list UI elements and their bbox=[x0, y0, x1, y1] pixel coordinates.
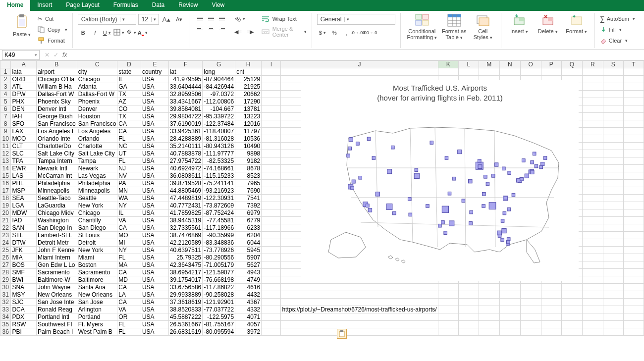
cell[interactable]: Santa Ana bbox=[77, 284, 117, 291]
row-header[interactable]: 26 bbox=[0, 254, 11, 261]
cell[interactable]: 26.5361667 bbox=[168, 321, 202, 328]
cell[interactable]: 4057 bbox=[235, 321, 262, 328]
cell[interactable]: MDW bbox=[11, 209, 37, 217]
cell[interactable]: -84.426944 bbox=[203, 83, 235, 91]
cell[interactable]: Chicago Midv bbox=[36, 209, 77, 217]
col-header[interactable]: S bbox=[603, 61, 623, 68]
cell[interactable] bbox=[541, 299, 561, 306]
increase-font-button[interactable]: A▴ bbox=[161, 14, 172, 24]
cell[interactable]: USA bbox=[141, 91, 168, 98]
cell[interactable] bbox=[582, 172, 603, 180]
cell[interactable] bbox=[603, 91, 623, 98]
cell[interactable]: NV bbox=[117, 172, 141, 180]
row-header[interactable]: 36 bbox=[0, 328, 11, 336]
name-box[interactable]: K49 ▾ bbox=[2, 50, 40, 60]
cell[interactable] bbox=[582, 217, 603, 224]
airport-marker[interactable] bbox=[356, 142, 360, 145]
cell[interactable] bbox=[262, 105, 281, 113]
row-header[interactable]: 5 bbox=[0, 98, 11, 105]
airport-marker[interactable] bbox=[507, 240, 510, 244]
cell[interactable]: Tampa Intern bbox=[36, 157, 77, 165]
cell[interactable]: CO bbox=[117, 105, 141, 113]
cell[interactable] bbox=[623, 321, 644, 328]
cell[interactable]: USA bbox=[141, 321, 168, 328]
cell[interactable]: -115.15233 bbox=[203, 172, 235, 180]
row-header[interactable]: 24 bbox=[0, 239, 11, 247]
cell[interactable]: 13223 bbox=[235, 113, 262, 120]
row-header[interactable]: 27 bbox=[0, 261, 11, 269]
cell[interactable] bbox=[623, 187, 644, 195]
cell[interactable] bbox=[520, 68, 541, 76]
airport-marker[interactable] bbox=[449, 220, 454, 225]
col-header[interactable]: N bbox=[500, 61, 521, 68]
cell[interactable]: 8523 bbox=[235, 172, 262, 180]
cell[interactable]: -122.5975 bbox=[203, 313, 235, 321]
airport-marker[interactable] bbox=[478, 159, 482, 162]
cell[interactable] bbox=[582, 68, 603, 76]
cell[interactable] bbox=[603, 269, 623, 276]
cell[interactable]: USA bbox=[141, 247, 168, 254]
cell[interactable]: 41.979595 bbox=[168, 76, 202, 83]
cell[interactable] bbox=[479, 306, 499, 313]
cell[interactable] bbox=[603, 105, 623, 113]
cell[interactable] bbox=[281, 68, 438, 76]
cell[interactable] bbox=[623, 150, 644, 157]
cell[interactable]: Washington bbox=[36, 217, 77, 224]
cell[interactable] bbox=[262, 195, 281, 202]
cell[interactable] bbox=[603, 291, 623, 299]
row-header[interactable]: 4 bbox=[0, 91, 11, 98]
embedded-chart[interactable]: Most Trafficked U.S. Airports (hover for… bbox=[301, 80, 579, 281]
airport-marker[interactable] bbox=[415, 168, 418, 171]
cell[interactable]: IL bbox=[117, 76, 141, 83]
cell[interactable]: 29.9933889 bbox=[168, 291, 202, 299]
cell[interactable] bbox=[582, 209, 603, 217]
cell[interactable]: STL bbox=[11, 232, 37, 239]
airport-marker[interactable] bbox=[408, 197, 411, 201]
cell[interactable] bbox=[459, 328, 479, 336]
formula-input[interactable] bbox=[67, 50, 642, 60]
airport-marker[interactable] bbox=[543, 156, 547, 159]
row-header[interactable]: 2 bbox=[0, 76, 11, 83]
cell[interactable] bbox=[262, 135, 281, 143]
cell[interactable]: 38.9445319 bbox=[168, 217, 202, 224]
font-size-combo[interactable]: 12▾ bbox=[138, 14, 159, 25]
cell[interactable]: CA bbox=[117, 128, 141, 135]
cell[interactable]: FL bbox=[117, 135, 141, 143]
cell[interactable] bbox=[262, 239, 281, 247]
cell[interactable]: -71.005179 bbox=[203, 261, 235, 269]
cell[interactable] bbox=[623, 284, 644, 291]
cell[interactable]: 9182 bbox=[235, 157, 262, 165]
cell[interactable] bbox=[603, 165, 623, 172]
cell[interactable]: USA bbox=[141, 232, 168, 239]
cell[interactable]: -80.290556 bbox=[203, 254, 235, 261]
cell[interactable]: 39.8719528 bbox=[168, 180, 202, 187]
cell[interactable]: 36.0803611 bbox=[168, 172, 202, 180]
cell[interactable] bbox=[603, 135, 623, 143]
cell[interactable]: USA bbox=[141, 187, 168, 195]
cell[interactable]: 40.6924972 bbox=[168, 165, 202, 172]
cell[interactable]: 6044 bbox=[235, 239, 262, 247]
cell[interactable]: -97.0372 bbox=[203, 91, 235, 98]
airport-marker[interactable] bbox=[430, 141, 433, 144]
cell[interactable]: 37.3618619 bbox=[168, 299, 202, 306]
airport-marker[interactable] bbox=[391, 146, 395, 149]
cell[interactable]: 38.7476869 bbox=[168, 232, 202, 239]
cell[interactable] bbox=[459, 68, 479, 76]
airport-marker[interactable] bbox=[351, 186, 354, 190]
cell[interactable] bbox=[603, 321, 623, 328]
cell[interactable] bbox=[262, 68, 281, 76]
cell[interactable]: 5945 bbox=[235, 247, 262, 254]
cell[interactable]: -90.258028 bbox=[203, 291, 235, 299]
cell[interactable]: Orlando Inte bbox=[36, 135, 77, 143]
cell[interactable]: 38.8520833 bbox=[168, 306, 202, 313]
cell[interactable]: 3972 bbox=[235, 328, 262, 336]
cell[interactable] bbox=[281, 313, 438, 321]
cell[interactable] bbox=[582, 232, 603, 239]
cell[interactable]: -81.316028 bbox=[203, 135, 235, 143]
fill-button[interactable]: Fill bbox=[600, 25, 635, 35]
airport-marker[interactable] bbox=[438, 224, 442, 227]
cell[interactable]: MN bbox=[117, 187, 141, 195]
cell[interactable]: Phoenix Sky bbox=[36, 98, 77, 105]
cell[interactable] bbox=[520, 321, 541, 328]
cell[interactable]: SJC bbox=[11, 299, 37, 306]
